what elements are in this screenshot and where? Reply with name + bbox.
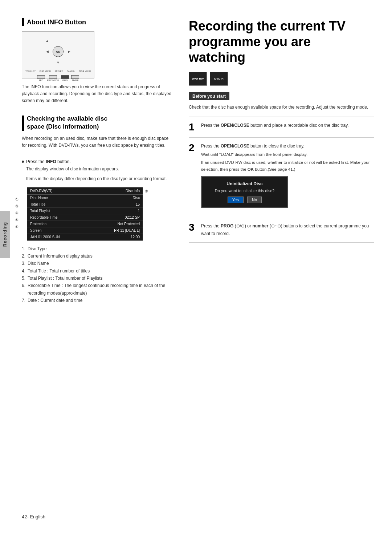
disc-diagram: DVD-RW(VR) Disc Info Disc Name Disc Tota… <box>27 187 143 241</box>
label-disc-menu: DISC MENU <box>40 70 51 72</box>
bullet-info-bold: INFO <box>46 159 56 164</box>
sub-line2: Items in the display differ depending on… <box>22 175 174 182</box>
checking-intro-text: When recording on an used disc, make sur… <box>22 135 174 149</box>
disc-row-protection: Protection Not Protected <box>27 221 143 227</box>
dvd-r-icon: DVD-R <box>210 72 228 86</box>
before-you-start-text: Check that the disc has enough available… <box>189 104 374 111</box>
dpad-up-arrow: ▲ <box>42 35 53 46</box>
sidebar-recording-tab: Recording <box>0 211 10 258</box>
label-anykey: ANYKEY <box>55 70 63 72</box>
disc-row-total-playlist: Total Playlist 1 <box>27 208 143 214</box>
footer-language: English <box>30 514 45 519</box>
remote-image: ▲ ◀ OK ▶ ▼ TITLE LIST DISC MENU ANYKEY C… <box>22 31 94 78</box>
dialog-no-button[interactable]: No <box>247 197 262 203</box>
bullet-press-info: Press the INFO button. <box>22 159 174 164</box>
step-1: 1 Press the OPEN/CLOSE button and place … <box>189 122 374 132</box>
btn-rec <box>37 75 45 79</box>
ann-num-2: ② <box>145 189 148 193</box>
dialog-buttons: Yes No <box>206 197 283 203</box>
uninitialized-dialog: Uninitialized Disc Do you want to initia… <box>201 176 288 208</box>
btn-group-recmode: REC MODE <box>47 75 59 81</box>
remote-labels-row: TITLE LIST DISC MENU ANYKEY CANCEL TITLE… <box>25 70 91 72</box>
btn-group-rec: REC <box>37 75 45 81</box>
step-2-sub2: If an unused DVD-RW disc is used, whethe… <box>201 159 374 173</box>
ann-num-6: ⑥ <box>15 223 19 230</box>
list-item: 5.Total Playlist : Total number of Playl… <box>22 275 174 282</box>
step-1-number: 1 <box>189 122 197 132</box>
step-3-number: 3 <box>189 222 197 232</box>
divider-1 <box>189 117 374 117</box>
label-rec: REC <box>38 79 43 81</box>
dialog-yes-button[interactable]: Yes <box>228 197 244 203</box>
bullet-dot <box>22 161 24 163</box>
btn-recmode <box>49 75 57 79</box>
label-recmode: REC MODE <box>47 79 59 81</box>
step-2-sub1: Wait until "LOAD" disappears from the fr… <box>201 151 374 158</box>
step-3-text: Press the PROG (⊙/⊙) or number (⊙~⊙) but… <box>201 222 374 237</box>
disc-header-right: Disc Info <box>126 189 140 193</box>
page-number: 42- <box>22 514 29 519</box>
btn-timer <box>71 75 79 79</box>
step-3-content: Press the PROG (⊙/⊙) or number (⊙~⊙) but… <box>201 222 374 237</box>
footer: 42- English <box>22 514 45 519</box>
label-title-menu: TITLE MENU <box>79 70 91 72</box>
before-you-start-badge: Before you start <box>189 92 229 100</box>
dialog-message: Do you want to initialize this disc? <box>206 189 283 193</box>
annotation-left: ① ③ ④ ⑤ ⑥ <box>15 196 19 230</box>
ann-num-5: ⑤ <box>15 217 19 223</box>
label-info: INFO <box>62 79 68 81</box>
btn-info <box>61 75 69 79</box>
about-info-text: The INFO function allows you to view the… <box>22 84 174 105</box>
step-3: 3 Press the PROG (⊙/⊙) or number (⊙~⊙) b… <box>189 222 374 237</box>
sub-line1: The display window of disc information a… <box>22 166 174 173</box>
remote-dpad: ▲ ◀ OK ▶ ▼ <box>42 35 74 68</box>
list-item: 7.Date : Current date and time <box>22 297 174 304</box>
label-timer: TIMER <box>72 79 79 81</box>
sidebar-recording-label: Recording <box>3 222 8 247</box>
divider-3 <box>189 217 374 217</box>
step-1-text: Press the OPEN/CLOSE button and place a … <box>201 122 374 129</box>
checking-title-line2: space (Disc Information) <box>27 123 107 131</box>
checking-title-line1: Checking the available disc <box>27 115 107 123</box>
list-item: 2.Current information display status <box>22 252 174 260</box>
remote-bottom-row: REC REC MODE INFO TIMER <box>37 75 79 81</box>
disc-diagram-wrapper: ① ③ ④ ⑤ ⑥ DVD-RW(VR) Disc Info <box>22 187 156 241</box>
ann-num-1: ① <box>15 196 19 203</box>
checking-section: Checking the available disc space (Disc … <box>22 115 174 304</box>
bullet-text: Press the INFO button. <box>26 159 71 164</box>
ann-num-4: ④ <box>15 210 19 217</box>
dpad-center-btn: OK <box>53 46 64 57</box>
right-column: Recording the current TV programme you a… <box>189 18 374 516</box>
disc-header-left: DVD-RW(VR) <box>30 189 52 193</box>
label-title-list: TITLE LIST <box>25 70 36 72</box>
dialog-title: Uninitialized Disc <box>206 181 283 186</box>
disc-row-total-title: Total Title 15 <box>27 201 143 208</box>
disc-info-table: DVD-RW(VR) Disc Info Disc Name Disc Tota… <box>27 187 136 241</box>
about-info-title: About INFO Button <box>22 18 174 26</box>
list-item: 1.Disc Type <box>22 245 174 252</box>
btn-group-timer: TIMER <box>71 75 79 81</box>
list-item: 3.Disc Name <box>22 260 174 267</box>
step-2-main-text: Press the OPEN/CLOSE button to close the… <box>201 143 374 150</box>
step-1-content: Press the OPEN/CLOSE button and place a … <box>201 122 374 129</box>
step-2-content: Press the OPEN/CLOSE button to close the… <box>201 143 374 212</box>
disc-diagram-header: DVD-RW(VR) Disc Info <box>27 187 143 195</box>
disc-row-date: JAN 01 2006 SUN 12:00 <box>27 234 143 240</box>
disc-icons: DVD-RW DVD-R <box>189 72 374 86</box>
dpad-left-arrow: ◀ <box>42 46 53 57</box>
list-item: 4.Total Title : Total number of titles <box>22 267 174 275</box>
page-title: Recording the current TV programme you a… <box>189 18 374 65</box>
disc-row-recordable: Recordable Time 02:12 SP <box>27 214 143 221</box>
disc-row-screen: Screen PR 11 [DUAL L] <box>27 227 143 234</box>
divider-4 <box>189 242 374 243</box>
list-item: 6.Recordable Time : The longest continuo… <box>22 282 174 297</box>
dpad-right-arrow <box>64 35 74 46</box>
divider-2 <box>189 137 374 138</box>
disc-row-name: Disc Name Disc <box>27 195 143 201</box>
step-2: 2 Press the OPEN/CLOSE button to close t… <box>189 143 374 212</box>
left-column: About INFO Button ▲ ◀ OK ▶ ▼ TIT <box>22 18 174 516</box>
checking-title: Checking the available disc space (Disc … <box>22 115 174 131</box>
dpad-down-arrow: ▼ <box>53 57 64 68</box>
numbered-list: 1.Disc Type 2.Current information displa… <box>22 245 174 304</box>
step-2-number: 2 <box>189 143 197 153</box>
